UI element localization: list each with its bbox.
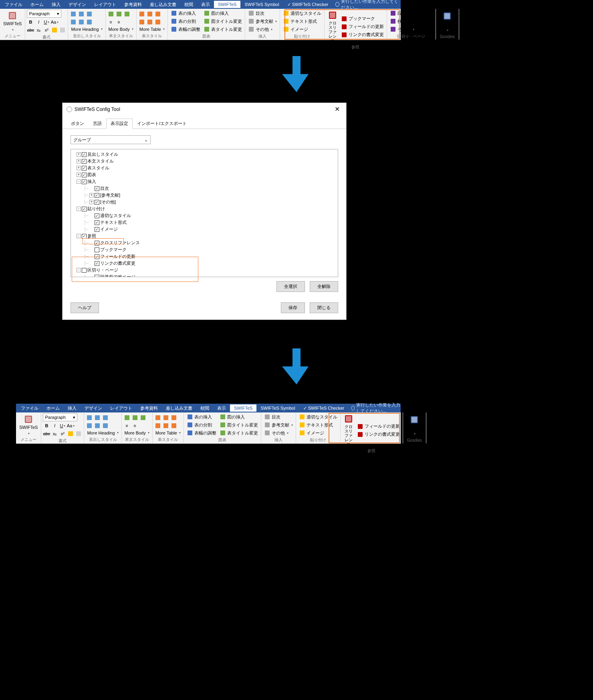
tree-checkbox[interactable]	[95, 193, 99, 198]
h3-icon[interactable]	[86, 10, 93, 18]
update-field-button[interactable]: フィールドの更新	[356, 423, 401, 430]
tab-design[interactable]: デザイン	[81, 404, 106, 412]
tree-checkbox[interactable]	[82, 268, 87, 273]
tbl2-icon[interactable]	[146, 10, 153, 18]
tree-expander[interactable]: +	[77, 159, 81, 163]
more-body-button[interactable]: More Body	[107, 26, 135, 32]
tree-checkbox[interactable]	[95, 213, 99, 218]
tree-node[interactable]: + 表スタイル	[73, 165, 336, 171]
text-format-button[interactable]: テキスト形式	[298, 421, 339, 428]
tab-swiftes-checker[interactable]: SWIFTeS Checker	[299, 404, 349, 412]
tree-view[interactable]: + 見出しスタイル + 本文スタイル + 表スタイル + 図表 - 挿入 ┊┄ …	[71, 149, 338, 277]
strike-button[interactable]: abc	[27, 26, 34, 34]
tree-node[interactable]: ┊┄ + [その他]	[73, 199, 336, 205]
tab-view[interactable]: 表示	[213, 404, 230, 412]
swiftes-menu-button[interactable]: SWIFTeS	[2, 10, 23, 32]
underline-button[interactable]: U	[59, 422, 66, 429]
tab-references[interactable]: 参考資料	[136, 404, 162, 412]
tbl4-icon[interactable]	[154, 422, 161, 429]
h3-icon[interactable]	[102, 414, 109, 421]
tab-swiftes[interactable]: SWIFTeS	[214, 1, 240, 8]
tab-insert[interactable]: 挿入	[48, 0, 65, 9]
tab-mailmerge[interactable]: 差し込み文書	[146, 0, 180, 9]
h2-icon[interactable]	[94, 414, 101, 421]
body3-icon[interactable]	[139, 414, 147, 421]
tree-checkbox[interactable]	[95, 247, 99, 252]
body2-icon[interactable]	[131, 414, 139, 421]
tree-checkbox[interactable]	[95, 241, 99, 245]
tbl3-icon[interactable]	[170, 414, 177, 421]
more-table-button[interactable]: More Table	[138, 26, 166, 32]
bold-button[interactable]: B	[43, 422, 50, 429]
swiftes-menu-button[interactable]: SWIFTeS	[18, 414, 39, 436]
number-icon[interactable]: ≡	[131, 422, 139, 429]
dialog-tab-button[interactable]: ボタン	[67, 119, 89, 129]
insert-table-button[interactable]: 表の挿入	[169, 10, 202, 17]
tree-checkbox[interactable]	[82, 152, 87, 157]
page-before-button[interactable]: 段落前で改ページ	[389, 10, 434, 17]
tbl4-icon[interactable]	[138, 18, 145, 26]
tab-file[interactable]: ファイル	[17, 404, 42, 412]
update-field-button[interactable]: フィールドの更新	[340, 23, 385, 30]
tree-node[interactable]: + 本文スタイル	[73, 158, 336, 165]
tab-layout[interactable]: レイアウト	[90, 0, 120, 9]
xref-button[interactable]: クロスリファレンス	[326, 10, 339, 44]
tree-checkbox[interactable]	[95, 220, 99, 225]
deselect-all-button[interactable]: 全解除	[310, 281, 338, 292]
proper-style-button[interactable]: 適切なスタイル	[298, 413, 339, 420]
table-width-button[interactable]: 表幅の調整	[186, 429, 218, 436]
xref-button[interactable]: クロスリファレンス	[342, 413, 355, 447]
tree-expander[interactable]: +	[89, 200, 94, 204]
tab-references[interactable]: 参考資料	[120, 0, 146, 9]
insert-table-button[interactable]: 表の挿入	[186, 413, 218, 420]
tree-checkbox[interactable]	[82, 159, 87, 164]
link-format-button[interactable]: リンクの書式変更	[356, 431, 401, 438]
tree-expander[interactable]: -	[77, 207, 81, 211]
tab-home[interactable]: ホーム	[26, 0, 48, 9]
landscape-button[interactable]: 横向き用紙挿入	[389, 18, 434, 25]
clear-format-button[interactable]	[59, 26, 66, 34]
more-heading-button[interactable]: More Heading	[70, 26, 103, 32]
insert-figure-button[interactable]: 図の挿入	[218, 413, 259, 420]
figure-title-button[interactable]: 図タイトル変更	[202, 18, 243, 25]
tab-swiftes-symbol[interactable]: SWIFTeS Symbol	[256, 404, 299, 412]
tree-expander[interactable]: -	[77, 234, 81, 238]
h4-icon[interactable]	[70, 18, 77, 26]
subscript-button[interactable]: x₂	[51, 430, 58, 437]
table-width-button[interactable]: 表幅の調整	[169, 26, 202, 33]
tree-checkbox[interactable]	[82, 234, 87, 239]
italic-button[interactable]: I	[35, 18, 42, 26]
toc-button[interactable]: 目次	[247, 10, 278, 17]
bullet-icon[interactable]: ≡	[107, 18, 115, 26]
tree-expander[interactable]: +	[89, 193, 94, 197]
tree-node[interactable]: ┊┄ 段落前で改ページ	[73, 274, 336, 277]
tab-file[interactable]: ファイル	[1, 0, 26, 9]
insert-other-button[interactable]: その他	[247, 26, 278, 33]
tree-node[interactable]: ┊┄ 適切なスタイル	[73, 212, 336, 219]
body1-icon[interactable]	[107, 10, 115, 18]
dialog-tab-import[interactable]: インポート/エクスポート	[133, 119, 191, 129]
dialog-tab-display[interactable]: 表示設定	[106, 119, 133, 129]
proper-style-button[interactable]: 適切なスタイル	[282, 10, 323, 17]
tree-node[interactable]: - 貼り付け	[73, 205, 336, 212]
image-paste-button[interactable]: イメージ	[282, 26, 323, 33]
clear-format-button[interactable]	[75, 430, 82, 437]
tree-node[interactable]: - 挿入	[73, 178, 336, 185]
h4-icon[interactable]	[86, 422, 93, 429]
tab-view[interactable]: 表示	[197, 0, 214, 9]
tab-review[interactable]: 校閲	[180, 0, 197, 9]
tree-checkbox[interactable]	[95, 261, 99, 266]
insert-other-button[interactable]: その他	[263, 429, 294, 436]
goodies-button[interactable]: Goodies	[405, 414, 424, 436]
subscript-button[interactable]: x₂	[35, 26, 42, 34]
tbl5-icon[interactable]	[146, 18, 153, 26]
more-heading-button[interactable]: More Heading	[86, 430, 119, 436]
goodies-button[interactable]: Goodies	[438, 10, 457, 33]
tree-checkbox[interactable]	[95, 227, 99, 232]
tab-swiftes-symbol[interactable]: SWIFTeS Symbol	[240, 1, 283, 8]
tree-expander[interactable]: -	[77, 179, 81, 184]
text-format-button[interactable]: テキスト形式	[282, 18, 323, 25]
tree-checkbox[interactable]	[95, 275, 99, 278]
insert-figure-button[interactable]: 図の挿入	[202, 10, 243, 17]
tree-checkbox[interactable]	[95, 254, 99, 259]
